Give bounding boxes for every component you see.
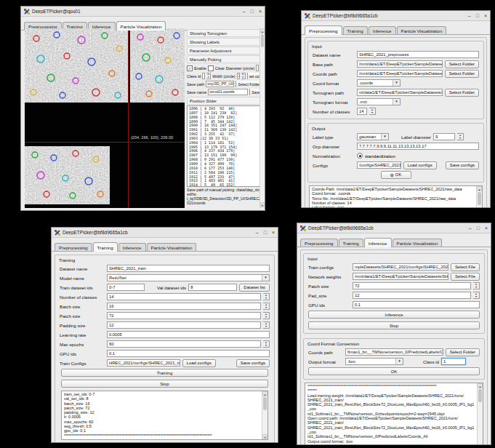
maximize-icon[interactable]: □ bbox=[476, 12, 479, 20]
coordinates-list[interactable]: 1896 [ 4 203 92 40] 1897 [ 10 241 230 82… bbox=[187, 105, 262, 187]
tab-inference[interactable]: Inference bbox=[118, 243, 146, 251]
maximize-icon[interactable]: □ bbox=[477, 225, 480, 232]
select-file-button[interactable]: Select File bbox=[451, 273, 480, 281]
tab-training[interactable]: Training bbox=[343, 26, 368, 34]
load-configs-button[interactable]: Load configs bbox=[182, 359, 216, 367]
clear-button[interactable]: Clear bbox=[61, 442, 268, 443]
network-weights-input[interactable]: /mnt/data1/ET/DeepETpicker/SampleDataset… bbox=[353, 273, 448, 280]
stop-button[interactable]: Stop bbox=[308, 321, 480, 329]
scroll-up-icon[interactable]: ▲ bbox=[260, 28, 265, 33]
patch-size-input[interactable]: 72 bbox=[107, 312, 261, 319]
scroll-up-icon[interactable]: ▲ bbox=[262, 391, 267, 396]
preprocess-log-area[interactable]: Coords Path: /mnt/data1/ET/DeepETpicker/… bbox=[309, 185, 483, 208]
tab-preprocessing[interactable]: Preprocessing bbox=[55, 243, 92, 251]
save-configs-button[interactable]: Save configs bbox=[446, 161, 479, 169]
training-log-area[interactable]: train_set_ids: 0-7 val_set_ids: 8 batch_… bbox=[61, 391, 268, 440]
save-configs-button[interactable]: Save configs bbox=[236, 359, 270, 367]
gpu-ids-input[interactable]: 0,1 bbox=[107, 350, 270, 357]
close-icon[interactable]: × bbox=[484, 12, 487, 20]
pad-size-stepper[interactable]: ▲▼ bbox=[473, 292, 480, 299]
dataset-name-input[interactable]: SHREC_2021_train bbox=[107, 265, 270, 272]
coords-path-input[interactable]: ftmax1_bn__TMNone/version_0/PredictedLab… bbox=[345, 348, 443, 356]
scroll-down-icon[interactable]: ▼ bbox=[262, 434, 267, 439]
ocp-diameter-input[interactable]: 7,7,7,7,7,9,9,9,11,11,13,13,13,13,17 bbox=[357, 143, 479, 150]
scrollbar-thumb[interactable] bbox=[263, 397, 267, 410]
class-id-stepper[interactable]: ▲▼ bbox=[206, 73, 211, 79]
enable-checkbox[interactable]: ✓ bbox=[187, 65, 193, 71]
output-format-select[interactable]: .box▼ bbox=[345, 358, 403, 365]
training-button[interactable]: Training bbox=[61, 369, 268, 377]
close-icon[interactable]: × bbox=[485, 225, 488, 232]
tomogram-slice-xy[interactable] bbox=[25, 28, 128, 103]
train-configs-input[interactable]: mpleDatasets/SHREC_2021/configs/SHREC_20… bbox=[353, 263, 448, 271]
tab-preprocessing[interactable]: Preprocessing bbox=[300, 239, 338, 247]
learning-rate-input[interactable]: 0.0005 bbox=[107, 331, 270, 338]
section-manually-picking[interactable]: Manually Picking bbox=[187, 55, 262, 63]
batch-size-stepper[interactable]: ▲▼ bbox=[263, 303, 270, 310]
titlebar[interactable]: DeepETPicker@bf8d9665a1cb – □ × bbox=[297, 223, 491, 233]
scrollbar-thumb[interactable] bbox=[261, 34, 264, 47]
scrollbar-thumb[interactable] bbox=[478, 389, 482, 402]
patch-size-stepper[interactable]: ▲▼ bbox=[473, 282, 480, 289]
titlebar[interactable]: DeepETPicker@gpu01 – □ × bbox=[21, 7, 265, 17]
log-scrollbar[interactable]: ▲ ▼ bbox=[262, 391, 267, 439]
save-name-input[interactable]: tomo01.coords bbox=[208, 89, 248, 95]
scrollbar-thumb[interactable] bbox=[478, 192, 481, 205]
class-id-input[interactable]: 1 bbox=[441, 358, 466, 365]
coords-path-input[interactable]: /mnt/data1/ET/DeepETpicker/SampleDataset… bbox=[357, 70, 443, 77]
tab-particle-visualization[interactable]: Particle Visualization bbox=[147, 243, 197, 251]
maximize-icon[interactable]: □ bbox=[264, 229, 267, 236]
ok-button[interactable]: OK bbox=[308, 367, 480, 375]
label-type-select[interactable]: gaussian▼ bbox=[357, 133, 389, 140]
standardization-radio[interactable] bbox=[357, 153, 363, 159]
pad-size-input[interactable]: 12 bbox=[353, 292, 471, 299]
label-diameter-input[interactable]: 9 bbox=[433, 133, 455, 140]
coord-format-select[interactable]: .coords▼ bbox=[357, 79, 401, 87]
num-classes-input[interactable]: 14 bbox=[357, 108, 367, 115]
tab-inference[interactable]: Inference bbox=[364, 238, 392, 247]
select-folder-button[interactable]: Select Folder bbox=[446, 348, 480, 356]
max-epochs-stepper[interactable]: ▲▼ bbox=[263, 340, 270, 348]
titlebar[interactable]: DeepETPicker@bf8d9665a1cb – □ × bbox=[52, 228, 278, 238]
tomogram-viewer[interactable]: (204, 266, 100), 209.00 bbox=[25, 28, 185, 208]
select-folder-button[interactable]: Select Folder bbox=[445, 60, 479, 68]
tomogram-slice-zy[interactable] bbox=[130, 28, 185, 103]
stop-button[interactable]: Stop bbox=[61, 380, 268, 388]
select-folder-button[interactable]: Select Folder bbox=[445, 70, 479, 78]
batch-size-input[interactable]: 16 bbox=[107, 303, 261, 310]
inference-button[interactable]: Inference bbox=[308, 311, 480, 319]
scroll-down-icon[interactable]: ▼ bbox=[260, 202, 265, 207]
log-scrollbar[interactable]: ▲ ▼ bbox=[476, 186, 482, 208]
tab-particle-visualization[interactable]: Particle Visualization bbox=[393, 239, 443, 247]
select-folder-button[interactable]: Select Folder bbox=[445, 89, 479, 97]
tab-training[interactable]: Training bbox=[93, 242, 118, 252]
section-position-slider[interactable]: Position Slider bbox=[187, 97, 262, 105]
tomogram-slice-xz[interactable] bbox=[25, 146, 110, 204]
close-icon[interactable]: × bbox=[272, 229, 275, 236]
log-scrollbar[interactable]: ▲ ▼ bbox=[477, 383, 483, 445]
tab-particle-visualization[interactable]: Particle Visualization bbox=[397, 26, 447, 34]
tomogram-format-select[interactable]: .mrc▼ bbox=[357, 98, 401, 105]
num-classes-stepper[interactable]: ▲▼ bbox=[263, 293, 270, 300]
patch-size-input[interactable]: 72 bbox=[353, 282, 471, 289]
scroll-up-icon[interactable]: ▲ bbox=[477, 186, 482, 191]
width-circle-input[interactable]: 2 bbox=[237, 73, 240, 79]
width-circle-stepper[interactable]: ▲▼ bbox=[241, 73, 246, 79]
class-id-input[interactable]: 1 bbox=[202, 73, 205, 79]
base-path-input[interactable]: /mnt/data1/ET/DeepETpicker/SampleDataset… bbox=[357, 60, 443, 68]
minimize-icon[interactable]: – bbox=[243, 8, 246, 15]
tab-inference[interactable]: Inference bbox=[369, 26, 396, 34]
gpu-ids-input[interactable]: 0,1 bbox=[353, 301, 480, 308]
val-dataset-ids-input[interactable]: 8 bbox=[188, 284, 237, 291]
clear-checkbox[interactable] bbox=[208, 65, 214, 71]
tab-particle-visualization[interactable]: Particle Visualization bbox=[116, 21, 166, 31]
titlebar[interactable]: DeepETPicker@bf8d9665a1cb – □ × bbox=[302, 11, 490, 21]
minimize-icon[interactable]: – bbox=[469, 225, 472, 232]
max-epochs-input[interactable]: 60 bbox=[107, 340, 261, 348]
select-folder-button[interactable]: Select Folder bbox=[236, 81, 262, 87]
padding-size-stepper[interactable]: ▲▼ bbox=[263, 321, 270, 329]
select-file-button[interactable]: Select File bbox=[451, 263, 480, 271]
patch-size-stepper[interactable]: ▲▼ bbox=[263, 312, 270, 319]
configs-input[interactable]: /configs/SHREC_2021_preprocess.py bbox=[357, 161, 401, 169]
section-parameter-adjustment[interactable]: Parameter Adjustment bbox=[187, 47, 262, 55]
